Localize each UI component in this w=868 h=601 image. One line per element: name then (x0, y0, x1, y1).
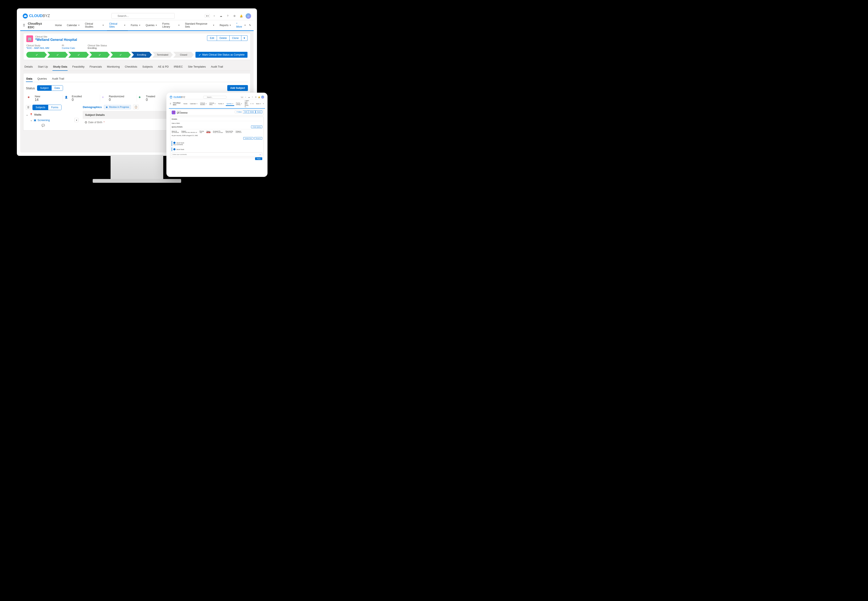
nav-clinical-sites[interactable]: Clinical Sites▼ (208, 102, 217, 107)
more-actions-button[interactable]: ▼ (241, 35, 247, 41)
nav-queries[interactable]: Queries▼ (226, 102, 234, 106)
user-avatar[interactable]: ☺ (246, 13, 251, 19)
review-status[interactable]: ◉Review in Progress (104, 105, 131, 109)
tab-details[interactable]: Details (24, 63, 33, 71)
tab-study-data[interactable]: Study Data (52, 63, 68, 71)
stat-label: Randomized (109, 95, 124, 98)
comment-input[interactable] (173, 154, 261, 155)
nav-forms[interactable]: Forms▼ (217, 102, 225, 106)
nav-calendar[interactable]: Calendar▼ (65, 22, 82, 29)
record-name[interactable]: *Welland General Hospital (35, 38, 77, 42)
path-step-enrolling[interactable]: Enrolling (131, 52, 152, 58)
toggle-subjects[interactable]: Subjects (33, 105, 48, 110)
edit-button[interactable]: Edit (243, 111, 248, 113)
nav-breadcrumb[interactable]: * MAP-NHL-MM / Study S…▼✕ (244, 99, 255, 109)
notifications-icon[interactable]: 🔔 (258, 96, 260, 98)
close-query-button[interactable]: Close Query (251, 125, 262, 128)
clipboard-icon[interactable]: 📋 (133, 105, 139, 109)
nav-srs[interactable]: Standard Response Sets▼ (183, 20, 217, 31)
add-icon[interactable]: ＋ (244, 96, 247, 98)
expand-button[interactable]: ▾ (74, 118, 79, 122)
nav-clinical-studies[interactable]: Clinical Studies▼ (199, 102, 207, 107)
help-icon[interactable]: ? (225, 14, 230, 18)
tab-checklists[interactable]: Checklists (124, 63, 137, 71)
nav-home[interactable]: Home (53, 22, 64, 29)
path-step-complete[interactable] (68, 52, 89, 58)
path-step-complete[interactable] (26, 52, 47, 58)
mark-complete-button[interactable]: Mark Clinical Site Status as Complete (195, 52, 247, 58)
nav-more[interactable]: More▼ (255, 102, 262, 106)
follow-button[interactable]: + Follow (235, 111, 243, 113)
visits-node[interactable]: Visits (34, 113, 41, 116)
tab-ae-pd[interactable]: AE & PD (157, 63, 169, 71)
nav-forms[interactable]: Forms▼ (129, 22, 143, 29)
favorites-button[interactable]: ★▾ (205, 14, 210, 18)
edit-nav-icon[interactable]: ✎ (249, 24, 251, 27)
clone-button[interactable]: Clone (229, 35, 241, 41)
global-search[interactable] (111, 13, 175, 19)
tab-irb-ec[interactable]: IRB/EC (173, 63, 183, 71)
clinical-study-link[interactable]: *EDC - MAP-NHL-MM (26, 47, 49, 49)
add-subject-button[interactable]: Add Subject (227, 85, 248, 91)
tab-financials[interactable]: Financials (89, 63, 102, 71)
comment-icon[interactable]: 💬 (41, 124, 45, 127)
respond-button[interactable]: Respond (254, 137, 262, 140)
path-step-terminated[interactable]: Terminated (152, 52, 173, 58)
status-toggle[interactable]: Subject Data (37, 85, 63, 91)
toggle-forms[interactable]: Forms (48, 105, 61, 110)
subtab-queries[interactable]: Queries (37, 76, 47, 82)
nav-forms-library[interactable]: Forms Library▼ (160, 20, 182, 31)
emoji-icon[interactable]: ☺ (259, 154, 261, 156)
nav-forms-library[interactable]: Forms Library▼ (235, 102, 243, 107)
help-icon[interactable]: ? (251, 96, 253, 98)
salesforce-icon[interactable]: ☁ (219, 14, 223, 18)
form-title[interactable]: Demographics (83, 105, 102, 109)
delete-button[interactable]: Delete (217, 35, 229, 41)
nav-clinical-sites[interactable]: Clinical Sites▼ (107, 20, 128, 31)
nav-calendar[interactable]: Calendar▼ (189, 102, 198, 106)
tab-monitoring[interactable]: Monitoring (107, 63, 120, 71)
tab-site-templates[interactable]: Site Templates (188, 63, 206, 71)
list-view-icon[interactable]: ☰ (26, 105, 31, 110)
delete-button[interactable]: Delete (248, 111, 255, 113)
subtab-data[interactable]: Data (26, 76, 33, 82)
chevron-down-icon[interactable]: ⌄ (30, 119, 32, 122)
app-launcher-icon[interactable]: ⠿ (23, 23, 25, 27)
tab-audit-trail[interactable]: Audit Trail (211, 63, 223, 71)
add-icon[interactable]: ＋ (212, 14, 217, 18)
path-step-closed[interactable]: Closed (173, 52, 194, 58)
nav-clinical-studies[interactable]: Clinical Studies▼ (83, 20, 106, 31)
notifications-icon[interactable]: 🔔 (239, 14, 244, 18)
screening-node[interactable]: Screening (38, 119, 50, 122)
update-data-button[interactable]: Update Data (243, 137, 253, 140)
tab-subjects[interactable]: Subjects (142, 63, 153, 71)
toggle-subject[interactable]: Subject (37, 85, 52, 90)
edit-nav-icon[interactable]: ✎ (263, 103, 264, 105)
tab-feasibility[interactable]: Feasibility (72, 63, 85, 71)
settings-icon[interactable]: ⚙ (232, 14, 237, 18)
nav-home[interactable]: Home (183, 102, 188, 106)
clone-button[interactable]: Clone (255, 111, 262, 113)
view-toggle[interactable]: Subjects Forms (32, 105, 61, 110)
user-avatar[interactable]: ☺ (261, 96, 264, 99)
app-launcher-icon[interactable]: ⠿ (170, 103, 171, 105)
path-step-complete[interactable] (110, 52, 131, 58)
status-value: Enrolling (88, 47, 107, 49)
path-step-complete[interactable] (47, 52, 68, 58)
tab-startup[interactable]: Start Up (38, 63, 49, 71)
salesforce-icon[interactable]: ☁ (248, 96, 250, 98)
reply-button[interactable]: Reply (255, 157, 262, 160)
nav-reports[interactable]: Reports▼ (218, 22, 233, 29)
nav-more[interactable]: * More▼ (234, 20, 248, 31)
edit-button[interactable]: Edit (207, 35, 217, 41)
subtab-audit[interactable]: Audit Trail (52, 76, 65, 82)
chevron-down-icon[interactable]: ⌄ (26, 113, 28, 116)
settings-icon[interactable]: ⚙ (255, 96, 257, 98)
nav-queries[interactable]: Queries▼ (143, 22, 159, 29)
path-step-complete[interactable] (89, 52, 110, 58)
global-search[interactable] (203, 96, 226, 99)
pi-link[interactable]: Corrine Cato (62, 47, 75, 49)
col-value: High (200, 132, 204, 133)
toggle-data[interactable]: Data (52, 85, 63, 90)
favorites-button[interactable]: ★▾ (241, 96, 244, 98)
